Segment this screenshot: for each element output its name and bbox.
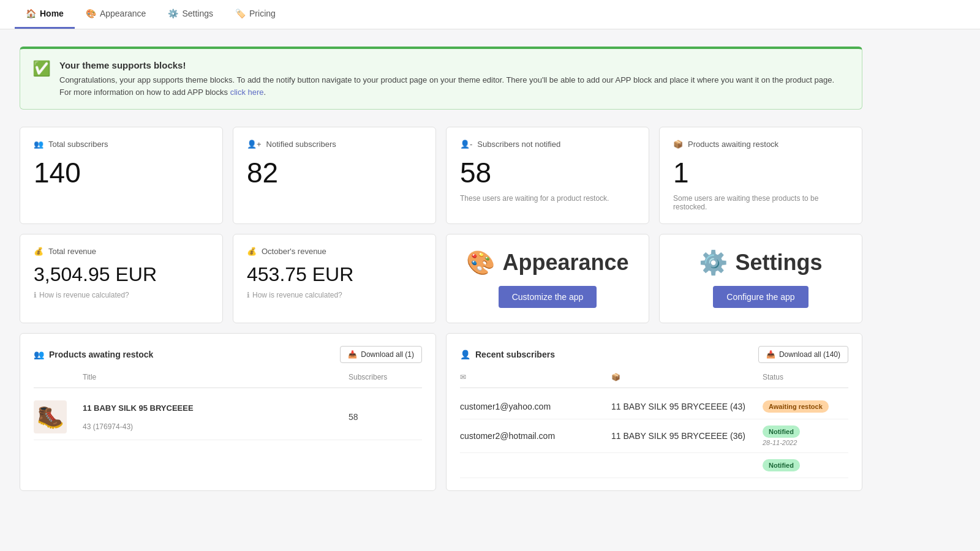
money-icon-oct: 💰 [247, 247, 257, 256]
col-product-icon: 📦 [611, 373, 763, 381]
status-cell-2: Notified 28-11-2022 [763, 425, 848, 446]
nav-home-label: Home [40, 9, 64, 18]
stat-header: 👤- Subscribers not notified [460, 140, 635, 149]
product-image: 🥾 [34, 400, 67, 433]
subscriber-email-2: customer2@hotmail.com [460, 431, 611, 441]
subscriber-icon: 👤 [460, 350, 470, 359]
stat-value-products: 1 [673, 156, 848, 189]
palette-icon: 🎨 [466, 249, 495, 276]
stat-total-revenue: 💰 Total revenue 3,504.95 EUR ℹ How is re… [20, 234, 223, 323]
download-icon: 📥 [348, 350, 357, 359]
theme-banner: ✅ Your theme supports blocks! Congratula… [20, 47, 862, 110]
banner-body: Congratulations, your app supports theme… [59, 74, 834, 98]
stat-october-revenue: 💰 October's revenue 453.75 EUR ℹ How is … [233, 234, 436, 323]
download-icon-subs: 📥 [766, 350, 775, 359]
awaiting-badge: Awaiting restock [763, 400, 829, 413]
stat-value-not-notified: 58 [460, 156, 635, 189]
appearance-icon: 🎨 [86, 9, 96, 18]
stat-desc-products: Some users are waiting these products to… [673, 194, 848, 211]
col-status: Status [763, 373, 848, 381]
notified-badge-3: Notified [763, 459, 800, 471]
revenue-oct-hint: ℹ How is revenue calculated? [247, 291, 422, 299]
col-title: Title [83, 373, 349, 381]
products-card-header: 👥 Products awating restock 📥 Download al… [34, 346, 422, 363]
home-icon: 🏠 [26, 9, 36, 18]
product-name: 11 BABY SILK 95 BRYCEEEE [83, 403, 349, 413]
settings-card: ⚙️ Settings Configure the app [659, 234, 862, 323]
appearance-title: 🎨 Appearance [466, 249, 628, 276]
notified-date: 28-11-2022 [763, 439, 848, 446]
stat-notified-subscribers: 👤+ Notified subscribers 82 [233, 127, 436, 224]
revenue-hint: ℹ How is revenue calculated? [34, 291, 209, 299]
user-minus-icon: 👤- [460, 140, 472, 149]
product-sku: 43 (176974-43) [83, 422, 349, 431]
recent-subscribers-card: 👤 Recent subscribers 📥 Download all (140… [446, 333, 862, 491]
subscriber-product-2: 11 BABY SILK 95 BRYCEEEE (36) [611, 431, 763, 441]
subscribers-table-header: ✉ 📦 Status [460, 373, 848, 388]
subscribers-table-title: 👤 Recent subscribers [460, 350, 555, 359]
stat-value-total: 140 [34, 156, 209, 189]
revenue-oct-header: 💰 October's revenue [247, 247, 422, 256]
stat-products-awaiting: 📦 Products awaiting restock 1 Some users… [659, 127, 862, 224]
col-subscribers: Subscribers [349, 373, 422, 381]
nav-appearance-label: Appearance [100, 9, 146, 18]
stats-grid: 👥 Total subscribers 140 👤+ Notified subs… [20, 127, 862, 224]
settings-title: ⚙️ Settings [699, 249, 822, 276]
stat-not-notified: 👤- Subscribers not notified 58 These use… [446, 127, 649, 224]
nav-appearance[interactable]: 🎨 Appearance [75, 0, 157, 29]
col-image [34, 373, 83, 381]
money-icon: 💰 [34, 247, 43, 256]
products-awaiting-card: 👥 Products awating restock 📥 Download al… [20, 333, 436, 491]
stat-header: 📦 Products awaiting restock [673, 140, 848, 149]
main-content: ✅ Your theme supports blocks! Congratula… [0, 29, 882, 508]
table-row: customer1@yahoo.com 11 BABY SILK 95 BRYC… [460, 394, 848, 419]
customize-app-button[interactable]: Customize the app [499, 286, 597, 308]
nav-pricing[interactable]: 🏷️ Pricing [224, 0, 287, 29]
status-badge-1: Awaiting restock [763, 400, 848, 413]
user-plus-icon: 👤+ [247, 140, 262, 149]
revenue-total-value: 3,504.95 EUR [34, 263, 209, 286]
products-download-button[interactable]: 📥 Download all (1) [340, 346, 422, 363]
nav-pricing-label: Pricing [249, 9, 276, 18]
product-subscribers: 58 [349, 412, 422, 422]
subscribers-download-button[interactable]: 📥 Download all (140) [758, 346, 848, 363]
stat-header: 👤+ Notified subscribers [247, 140, 422, 149]
box-icon: 📦 [673, 140, 683, 149]
revenue-oct-value: 453.75 EUR [247, 263, 422, 286]
users-icon: 👥 [34, 140, 43, 149]
banner-title: Your theme supports blocks! [59, 60, 834, 70]
info-icon: ℹ [34, 291, 37, 299]
stat-desc-not-notified: These users are waiting for a product re… [460, 194, 635, 203]
nav-settings-label: Settings [182, 9, 213, 18]
pricing-icon: 🏷️ [235, 9, 246, 18]
banner-text: Your theme supports blocks! Congratulati… [59, 60, 834, 98]
product-info: 11 BABY SILK 95 BRYCEEEE 43 (176974-43) [83, 403, 349, 431]
middle-grid: 💰 Total revenue 3,504.95 EUR ℹ How is re… [20, 234, 862, 323]
table-row: Notified [460, 453, 848, 478]
banner-link[interactable]: click here [230, 88, 264, 97]
col-email-icon: ✉ [460, 373, 611, 381]
stat-value-notified: 82 [247, 156, 422, 189]
settings-icon: ⚙️ [168, 9, 178, 18]
configure-app-button[interactable]: Configure the app [713, 286, 808, 308]
table-row: 🥾 11 BABY SILK 95 BRYCEEEE 43 (176974-43… [34, 394, 422, 440]
status-cell-3: Notified [763, 459, 848, 471]
gear-icon: ⚙️ [699, 249, 728, 276]
revenue-header: 💰 Total revenue [34, 247, 209, 256]
subscribers-card-header: 👤 Recent subscribers 📥 Download all (140… [460, 346, 848, 363]
info-icon-oct: ℹ [247, 291, 250, 299]
nav-home[interactable]: 🏠 Home [15, 0, 75, 29]
main-nav: 🏠 Home 🎨 Appearance ⚙️ Settings 🏷️ Prici… [0, 0, 980, 29]
stat-header: 👥 Total subscribers [34, 140, 209, 149]
nav-settings[interactable]: ⚙️ Settings [157, 0, 224, 29]
table-row: customer2@hotmail.com 11 BABY SILK 95 BR… [460, 419, 848, 453]
products-table-header: Title Subscribers [34, 373, 422, 388]
subscriber-product-1: 11 BABY SILK 95 BRYCEEEE (43) [611, 402, 763, 411]
notified-badge: Notified [763, 425, 800, 438]
products-table-title: 👥 Products awating restock [34, 350, 153, 359]
stat-total-subscribers: 👥 Total subscribers 140 [20, 127, 223, 224]
bottom-grid: 👥 Products awating restock 📥 Download al… [20, 333, 862, 491]
users-product-icon: 👥 [34, 350, 44, 359]
appearance-card: 🎨 Appearance Customize the app [446, 234, 649, 323]
subscriber-email-1: customer1@yahoo.com [460, 402, 611, 411]
